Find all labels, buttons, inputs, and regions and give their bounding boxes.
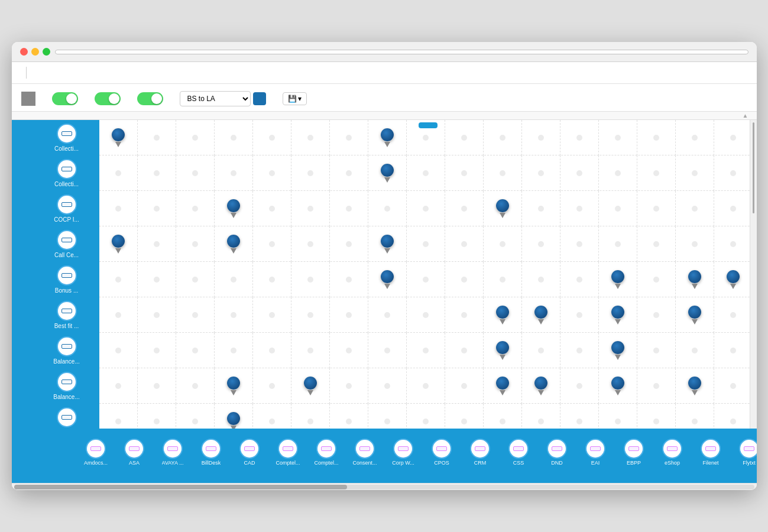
grid-cell[interactable] — [676, 368, 714, 404]
grid-cell[interactable] — [291, 262, 330, 297]
grid-cell[interactable] — [407, 226, 445, 262]
grid-cell[interactable] — [330, 262, 368, 297]
grid-cell[interactable] — [215, 191, 253, 226]
grid-cell[interactable] — [522, 262, 560, 297]
grid-cell[interactable] — [368, 120, 407, 155]
grid-cell[interactable] — [99, 226, 138, 262]
grid-cell[interactable] — [176, 404, 215, 429]
grid-cell[interactable] — [291, 297, 330, 333]
grid-cell[interactable] — [138, 297, 176, 333]
grid-cell[interactable] — [99, 368, 138, 404]
grid-cell[interactable] — [676, 120, 714, 155]
horizontal-scrollbar[interactable] — [12, 483, 757, 490]
grid-cell[interactable] — [215, 404, 253, 429]
grid-cell[interactable] — [637, 262, 676, 297]
grid-cell[interactable] — [445, 226, 484, 262]
grid-cell[interactable] — [484, 191, 522, 226]
grid-cell[interactable] — [291, 155, 330, 191]
gear-icon[interactable]: ⚙ — [21, 92, 35, 106]
grid-cell[interactable] — [522, 404, 560, 429]
grid-cell[interactable] — [291, 404, 330, 429]
grid-cell[interactable] — [330, 368, 368, 404]
grid-cell[interactable] — [291, 226, 330, 262]
grid-cell[interactable] — [407, 368, 445, 404]
grid-cell[interactable] — [484, 368, 522, 404]
grid-cell[interactable] — [599, 297, 637, 333]
grid-cell[interactable] — [445, 120, 484, 155]
grid-cell[interactable] — [407, 404, 445, 429]
grid-cell[interactable] — [522, 191, 560, 226]
save-button[interactable]: 💾 ▾ — [283, 92, 307, 105]
target-item[interactable]: Comptel... — [307, 429, 346, 476]
source-item[interactable]: Call Ce... — [34, 226, 99, 262]
grid-cell[interactable] — [330, 404, 368, 429]
grid-cell[interactable] — [445, 333, 484, 368]
grid-cell[interactable] — [253, 404, 291, 429]
grid-cell[interactable] — [215, 120, 253, 155]
grid-cell[interactable] — [445, 404, 484, 429]
target-item[interactable]: AVAYA ... — [154, 429, 192, 476]
grid-cell[interactable] — [291, 368, 330, 404]
source-item[interactable]: ARE-Au... — [34, 404, 99, 429]
hide-target-toggle[interactable] — [137, 92, 163, 105]
target-item[interactable]: EBPP — [615, 429, 653, 476]
grid-cell[interactable] — [99, 120, 138, 155]
grid-cell[interactable] — [407, 155, 445, 191]
grid-cell[interactable] — [714, 226, 753, 262]
grid-cell[interactable] — [407, 262, 445, 297]
source-item[interactable]: Collecti... — [34, 155, 99, 191]
grid-cell[interactable] — [330, 155, 368, 191]
grid-cell[interactable] — [637, 191, 676, 226]
grid-cell[interactable] — [176, 333, 215, 368]
grid-cell[interactable] — [253, 155, 291, 191]
grid-cell[interactable] — [522, 155, 560, 191]
target-item[interactable]: CPOS — [423, 429, 461, 476]
grid-cell[interactable] — [368, 191, 407, 226]
target-item[interactable]: BillDesk — [192, 429, 231, 476]
grid-cell[interactable] — [676, 333, 714, 368]
grid-cell[interactable] — [253, 297, 291, 333]
grid-cell[interactable] — [676, 262, 714, 297]
grid-cell[interactable] — [138, 155, 176, 191]
grid-cell[interactable] — [215, 333, 253, 368]
grid-cell[interactable] — [599, 333, 637, 368]
connector-toggle[interactable] — [52, 92, 78, 105]
grid-cell[interactable] — [368, 297, 407, 333]
grid-cell[interactable] — [599, 226, 637, 262]
grid-cell[interactable] — [368, 333, 407, 368]
target-item[interactable]: CAD — [231, 429, 269, 476]
show-config-button[interactable] — [419, 122, 438, 128]
grid-cell[interactable] — [522, 333, 560, 368]
maximize-traffic-light[interactable] — [43, 48, 50, 56]
target-item[interactable]: eShop — [653, 429, 692, 476]
grid-cell[interactable] — [215, 226, 253, 262]
grid-cell[interactable] — [637, 368, 676, 404]
target-item[interactable]: CRM — [461, 429, 500, 476]
grid-cell[interactable] — [676, 404, 714, 429]
url-bar[interactable] — [55, 50, 748, 54]
grid-cell[interactable] — [215, 368, 253, 404]
target-item[interactable]: Flytxt — [730, 429, 757, 476]
grid-cell[interactable] — [637, 404, 676, 429]
grid-cell[interactable] — [215, 262, 253, 297]
vertical-scrollbar[interactable] — [750, 120, 757, 429]
grid-cell[interactable] — [176, 191, 215, 226]
grid-cell[interactable] — [599, 155, 637, 191]
grid-cell[interactable] — [330, 226, 368, 262]
grid-cell[interactable] — [176, 297, 215, 333]
grid-cell[interactable] — [560, 120, 599, 155]
grid-cell[interactable] — [215, 155, 253, 191]
grid-cell[interactable] — [138, 226, 176, 262]
target-item[interactable]: Filenet — [692, 429, 730, 476]
grid-cell[interactable] — [253, 226, 291, 262]
grid-cell[interactable] — [407, 333, 445, 368]
grid-cell[interactable] — [676, 191, 714, 226]
grid-cell[interactable] — [676, 297, 714, 333]
grid-cell[interactable] — [560, 404, 599, 429]
grid-cell[interactable] — [522, 226, 560, 262]
grid-cell[interactable] — [291, 120, 330, 155]
target-item[interactable]: CSS — [500, 429, 538, 476]
grid-cell[interactable] — [368, 155, 407, 191]
grid-cell[interactable] — [445, 191, 484, 226]
grid-cell[interactable] — [368, 404, 407, 429]
